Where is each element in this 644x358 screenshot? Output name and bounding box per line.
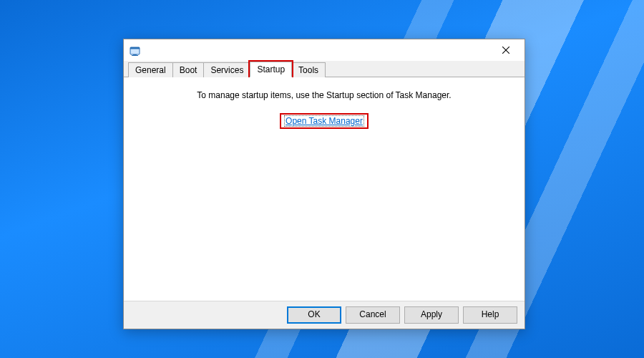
titlebar: [124, 39, 525, 61]
tab-general[interactable]: General: [128, 62, 173, 77]
apply-button[interactable]: Apply: [404, 306, 459, 324]
tab-services[interactable]: Services: [203, 62, 250, 77]
highlight-box-link: Open Task Manager: [280, 113, 369, 129]
cancel-button[interactable]: Cancel: [346, 306, 400, 324]
tab-content-startup: To manage startup items, use the Startup…: [125, 77, 524, 301]
startup-message: To manage startup items, use the Startup…: [125, 90, 524, 100]
msconfig-window: General Boot Services Startup Tools To m…: [123, 39, 525, 329]
ok-button[interactable]: OK: [287, 306, 341, 324]
help-button[interactable]: Help: [463, 306, 517, 324]
close-button[interactable]: [492, 40, 520, 60]
tab-strip: General Boot Services Startup Tools: [124, 61, 525, 77]
tab-boot[interactable]: Boot: [172, 62, 205, 77]
dialog-button-row: OK Cancel Apply Help: [124, 301, 525, 329]
desktop-wallpaper: General Boot Services Startup Tools To m…: [0, 0, 644, 358]
svg-rect-3: [132, 55, 138, 56]
svg-rect-1: [130, 47, 140, 49]
close-icon: [502, 47, 509, 54]
tab-startup[interactable]: Startup: [250, 62, 292, 77]
app-icon: [130, 45, 141, 57]
open-task-manager-link[interactable]: Open Task Manager: [284, 115, 364, 127]
tab-tools[interactable]: Tools: [291, 62, 326, 77]
